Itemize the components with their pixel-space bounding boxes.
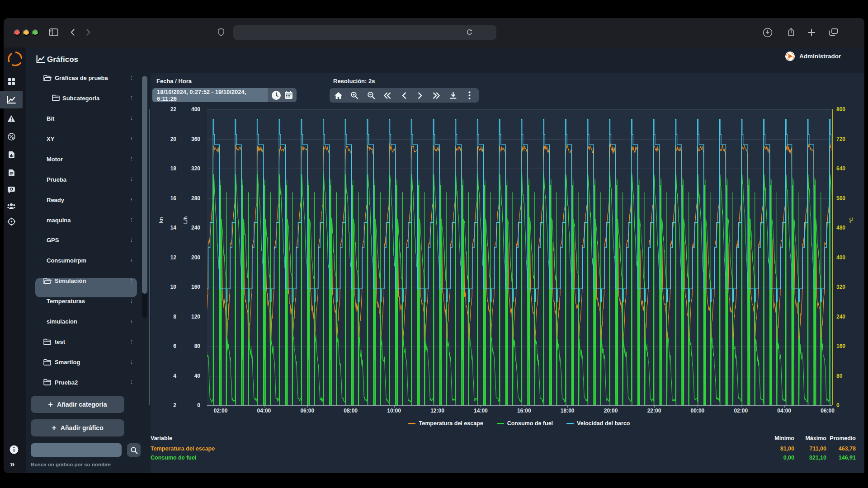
home-icon[interactable] bbox=[330, 88, 346, 103]
info-icon[interactable] bbox=[9, 445, 19, 454]
x-axis-tick-mark bbox=[611, 405, 611, 408]
item-menu-kebab-icon[interactable] bbox=[128, 297, 135, 305]
axis-tick-label: 480 bbox=[836, 225, 859, 231]
new-tab-icon[interactable] bbox=[807, 28, 816, 37]
zoom-in-icon[interactable] bbox=[347, 88, 362, 103]
stats-header-variable: Variable bbox=[151, 435, 172, 442]
axis-tick-label: 120 bbox=[179, 314, 200, 320]
legend-item[interactable]: Velocidad del barco bbox=[566, 420, 630, 427]
seek-end-icon[interactable] bbox=[429, 88, 444, 103]
step-back-icon[interactable] bbox=[396, 88, 411, 103]
page-title: Gráficos bbox=[47, 55, 78, 64]
stats-cell: Consumo de fuel bbox=[151, 455, 196, 461]
rail-item-alerts-icon[interactable] bbox=[0, 110, 23, 127]
rail-item-percent-icon[interactable] bbox=[0, 128, 23, 145]
x-axis-tick-mark bbox=[394, 405, 395, 408]
share-icon[interactable] bbox=[787, 28, 795, 37]
legend-label: Consumo de fuel bbox=[507, 420, 553, 427]
axis-tick-label: 560 bbox=[836, 195, 859, 202]
shield-icon[interactable] bbox=[217, 28, 225, 36]
more-icon[interactable] bbox=[462, 88, 477, 103]
seek-start-icon[interactable] bbox=[380, 88, 395, 103]
rail-item-dashboard-icon[interactable] bbox=[0, 73, 23, 90]
axis-tick-label: 22 bbox=[154, 106, 176, 113]
axis-tick-label: 80 bbox=[179, 343, 200, 349]
sidebar-item-label: Ready bbox=[47, 197, 64, 203]
item-menu-kebab-icon[interactable] bbox=[128, 135, 135, 143]
add-chart-button[interactable]: + Añadir gráfico bbox=[31, 419, 124, 436]
collapse-sidebar-icon[interactable]: » bbox=[10, 459, 15, 469]
item-menu-kebab-icon[interactable] bbox=[128, 94, 135, 102]
item-menu-kebab-icon[interactable] bbox=[128, 256, 135, 264]
item-menu-kebab-icon[interactable] bbox=[128, 358, 135, 366]
item-menu-kebab-icon[interactable] bbox=[128, 196, 135, 204]
date-range-picker[interactable]: 18/10/2024, 0:27:52 - 19/10/2024, 6:11:2… bbox=[152, 88, 297, 102]
item-menu-kebab-icon[interactable] bbox=[128, 317, 135, 325]
add-category-button[interactable]: + Añadir categoría bbox=[31, 396, 124, 413]
sidebar-item-label: Prueba2 bbox=[55, 379, 78, 386]
axis-tick-label: 360 bbox=[179, 136, 200, 142]
date-picker-icons bbox=[268, 88, 297, 102]
chart-toolbar bbox=[330, 88, 479, 103]
reload-icon[interactable] bbox=[466, 29, 473, 36]
rail-item-documents-icon[interactable] bbox=[0, 164, 23, 181]
close-button[interactable] bbox=[14, 29, 21, 36]
x-axis-tick-label: 06:00 bbox=[817, 408, 838, 414]
item-menu-kebab-icon[interactable] bbox=[128, 175, 135, 183]
x-axis-tick-label: 12:00 bbox=[427, 408, 448, 414]
avatar[interactable] bbox=[785, 51, 795, 61]
item-menu-kebab-icon[interactable] bbox=[128, 277, 135, 285]
back-icon[interactable] bbox=[69, 28, 77, 36]
axis-tick-label: 640 bbox=[836, 165, 859, 172]
lh-axis-unit: L/h bbox=[183, 216, 188, 224]
tab-overview-icon[interactable] bbox=[829, 28, 838, 37]
sidebar-scrollbar-thumb[interactable] bbox=[142, 76, 147, 294]
zoom-window-button[interactable] bbox=[32, 29, 39, 36]
item-menu-kebab-icon[interactable] bbox=[128, 236, 135, 244]
rail-item-users-icon[interactable] bbox=[0, 197, 23, 215]
item-menu-kebab-icon[interactable] bbox=[128, 378, 135, 386]
item-menu-kebab-icon[interactable] bbox=[128, 216, 135, 224]
legend-item[interactable]: Temperatura del escape bbox=[408, 420, 483, 427]
search-input[interactable] bbox=[31, 443, 122, 457]
resolution-label: Resolución: 2s bbox=[333, 78, 375, 84]
item-menu-kebab-icon[interactable] bbox=[128, 114, 135, 122]
calendar-icon[interactable] bbox=[284, 91, 293, 99]
sidebar-item-label: maquina bbox=[47, 217, 71, 224]
x-axis-tick-mark bbox=[741, 405, 741, 408]
sidebar-toggle-icon[interactable] bbox=[49, 28, 58, 37]
forward-icon[interactable] bbox=[84, 28, 92, 36]
search-caption: Busca un gráfico por su nombre bbox=[31, 462, 111, 467]
x-axis-tick-label: 06:00 bbox=[297, 408, 318, 414]
rail-item-navigation-icon[interactable] bbox=[0, 213, 23, 230]
axis-tick-label: 4 bbox=[154, 373, 176, 379]
minimize-button[interactable] bbox=[23, 29, 30, 36]
date-range-value[interactable]: 18/10/2024, 0:27:52 - 19/10/2024, 6:11:2… bbox=[152, 88, 268, 102]
degc-axis-unit: ºC bbox=[849, 217, 854, 223]
clock-icon[interactable] bbox=[271, 90, 281, 100]
axis-tick-label: 6 bbox=[154, 343, 176, 349]
user-name[interactable]: Administrador bbox=[799, 53, 841, 60]
plus-icon: + bbox=[48, 400, 53, 408]
rail-item-comments-icon[interactable] bbox=[0, 181, 23, 198]
rail-item-charts-icon[interactable] bbox=[0, 91, 23, 108]
chart-canvas[interactable] bbox=[207, 109, 831, 405]
search-button[interactable] bbox=[127, 443, 141, 457]
downloads-icon[interactable] bbox=[763, 28, 773, 38]
axis-tick-label: 320 bbox=[836, 284, 859, 290]
axis-tick-label: 240 bbox=[179, 225, 200, 231]
axis-tick-label: 0 bbox=[836, 402, 859, 408]
sidebar-item-label: Simulación bbox=[55, 277, 86, 284]
item-menu-kebab-icon[interactable] bbox=[128, 338, 135, 346]
item-menu-kebab-icon[interactable] bbox=[128, 155, 135, 163]
sidebar-item-label: Bit bbox=[47, 115, 54, 122]
rail-item-reports-icon[interactable] bbox=[0, 146, 23, 163]
url-bar[interactable] bbox=[233, 25, 496, 40]
x-axis-tick-label: 08:00 bbox=[340, 408, 361, 414]
download-icon[interactable] bbox=[445, 88, 461, 103]
legend-item[interactable]: Consumo de fuel bbox=[497, 420, 553, 427]
item-menu-kebab-icon[interactable] bbox=[128, 74, 135, 82]
brand-logo-icon[interactable] bbox=[7, 51, 24, 67]
zoom-out-icon[interactable] bbox=[363, 88, 379, 103]
step-forward-icon[interactable] bbox=[413, 88, 428, 103]
